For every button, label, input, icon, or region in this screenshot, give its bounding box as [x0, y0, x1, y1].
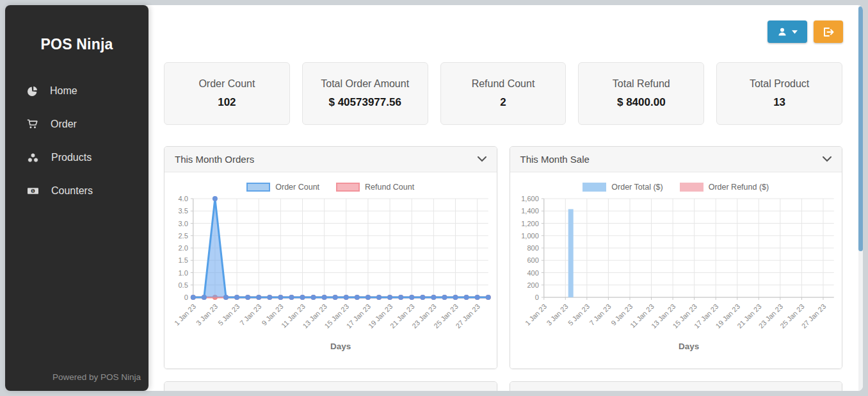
sidebar-item-home[interactable]: Home — [5, 74, 149, 108]
svg-text:400: 400 — [527, 269, 538, 277]
svg-text:0.5: 0.5 — [178, 281, 188, 289]
app-logo-title: POS Ninja — [5, 5, 149, 53]
sidebar-item-products[interactable]: Products — [5, 141, 149, 174]
scrollbar-thumb[interactable] — [858, 6, 863, 251]
legend-swatch — [680, 183, 703, 192]
cubes-icon — [27, 153, 39, 163]
svg-text:1,200: 1,200 — [521, 220, 539, 227]
panel-title: This Month Sale — [520, 154, 590, 165]
sidebar-item-label: Counters — [51, 185, 93, 197]
stat-label: Refund Count — [472, 78, 535, 90]
svg-text:0: 0 — [184, 293, 188, 301]
legend-item: Refund Count — [336, 183, 414, 192]
legend-item: Order Count — [246, 183, 319, 192]
stat-label: Total Order Amount — [321, 78, 409, 90]
stat-label: Order Count — [198, 78, 255, 90]
svg-text:3 Jan 23: 3 Jan 23 — [545, 302, 569, 327]
legend-swatch — [246, 183, 270, 192]
svg-text:7 Jan 23: 7 Jan 23 — [238, 302, 262, 327]
panel-this-month-orders: This Month Orders Order CountRefund Coun… — [164, 146, 497, 369]
logout-button[interactable] — [814, 21, 843, 43]
sidebar: POS Ninja Home — [5, 5, 149, 391]
chevron-down-icon[interactable] — [478, 156, 486, 162]
svg-text:Days: Days — [330, 342, 351, 351]
stat-card-total-order-amount: Total Order Amount $ 40573977.56 — [302, 62, 428, 125]
legend-swatch — [336, 183, 360, 192]
stat-value: 102 — [218, 96, 236, 109]
sidebar-item-order[interactable]: Order — [5, 108, 149, 141]
sign-out-icon — [823, 27, 834, 37]
stat-value: $ 8400.00 — [617, 96, 666, 109]
svg-text:3.0: 3.0 — [178, 220, 188, 227]
sale-chart-area: Order Total ($)Order Refund ($) 02004006… — [510, 181, 842, 369]
page-background: Order Count 102 Total Order Amount $ 405… — [0, 0, 868, 396]
stat-value: 13 — [773, 96, 785, 109]
stat-card-order-count: Order Count 102 — [164, 62, 290, 125]
stat-card-total-product: Total Product 13 — [716, 62, 842, 125]
user-icon — [777, 27, 787, 37]
partial-panel-left — [164, 381, 497, 391]
svg-text:4.0: 4.0 — [178, 195, 188, 202]
orders-chart-area: Order CountRefund Count 00.51.01.52.02.5… — [165, 181, 497, 369]
svg-text:1 Jan 23: 1 Jan 23 — [523, 302, 547, 327]
orders-chart: 00.51.01.52.02.53.03.54.01 Jan 233 Jan 2… — [165, 194, 497, 359]
sale-chart-legend: Order Total ($)Order Refund ($) — [510, 181, 842, 194]
partial-panels-row — [164, 381, 842, 391]
stat-value: 2 — [500, 96, 506, 109]
svg-text:600: 600 — [527, 256, 538, 264]
legend-label: Order Count — [275, 183, 319, 192]
chevron-down-icon[interactable] — [823, 156, 832, 162]
charts-row: This Month Orders Order CountRefund Coun… — [164, 146, 842, 369]
sidebar-nav: Home Order — [5, 74, 149, 208]
powered-by-text: Powered by POS Ninja — [52, 372, 141, 382]
stats-row: Order Count 102 Total Order Amount $ 405… — [164, 62, 842, 125]
stat-card-total-refund: Total Refund $ 8400.00 — [578, 62, 704, 125]
panel-header-this-month-orders[interactable]: This Month Orders — [165, 147, 497, 172]
legend-label: Order Total ($) — [611, 183, 663, 192]
legend-item: Order Total ($) — [583, 183, 663, 192]
sale-chart: 02004006008001,0001,2001,4001,6001 Jan 2… — [510, 194, 842, 359]
svg-text:3 Jan 23: 3 Jan 23 — [195, 302, 219, 327]
legend-item: Order Refund ($) — [680, 183, 769, 192]
svg-text:5 Jan 23: 5 Jan 23 — [566, 302, 590, 327]
svg-text:800: 800 — [527, 244, 538, 252]
sidebar-item-counters[interactable]: 1 Counters — [5, 174, 149, 208]
sidebar-item-label: Products — [51, 152, 92, 163]
svg-text:Days: Days — [679, 342, 699, 351]
svg-text:1.0: 1.0 — [178, 269, 188, 277]
panel-this-month-sale: This Month Sale Order Total ($)Order Ref… — [510, 146, 843, 369]
svg-text:3.5: 3.5 — [178, 207, 188, 215]
svg-text:7 Jan 23: 7 Jan 23 — [588, 302, 612, 327]
panel-header-this-month-sale[interactable]: This Month Sale — [510, 147, 842, 172]
stat-value: $ 40573977.56 — [328, 96, 401, 109]
svg-text:1,000: 1,000 — [521, 232, 539, 240]
svg-text:2.0: 2.0 — [178, 244, 188, 252]
svg-text:5 Jan 23: 5 Jan 23 — [216, 302, 241, 327]
svg-text:2.5: 2.5 — [178, 232, 188, 240]
svg-text:200: 200 — [527, 281, 538, 289]
panel-title: This Month Orders — [175, 154, 254, 165]
partial-panel-right-header[interactable] — [510, 382, 842, 391]
svg-text:1,400: 1,400 — [521, 207, 539, 215]
legend-label: Order Refund ($) — [709, 183, 769, 192]
money-bill-icon: 1 — [27, 186, 39, 196]
sidebar-item-label: Order — [51, 119, 77, 130]
user-menu-button[interactable] — [768, 21, 807, 43]
svg-text:1 Jan 23: 1 Jan 23 — [173, 302, 197, 327]
shopping-cart-icon — [27, 119, 38, 129]
caret-down-icon — [792, 30, 798, 34]
legend-swatch — [583, 183, 606, 192]
partial-panel-right — [510, 381, 843, 391]
orders-chart-legend: Order CountRefund Count — [165, 181, 497, 194]
stat-label: Total Product — [750, 78, 809, 90]
svg-text:1,600: 1,600 — [521, 195, 539, 202]
stat-label: Total Refund — [613, 78, 670, 90]
sidebar-item-label: Home — [50, 85, 77, 97]
legend-label: Refund Count — [365, 183, 414, 192]
stat-card-refund-count: Refund Count 2 — [440, 62, 567, 125]
svg-text:1.5: 1.5 — [178, 256, 188, 264]
partial-panel-left-header[interactable] — [165, 382, 497, 391]
pie-chart-icon — [27, 86, 38, 97]
svg-text:0: 0 — [534, 293, 538, 301]
